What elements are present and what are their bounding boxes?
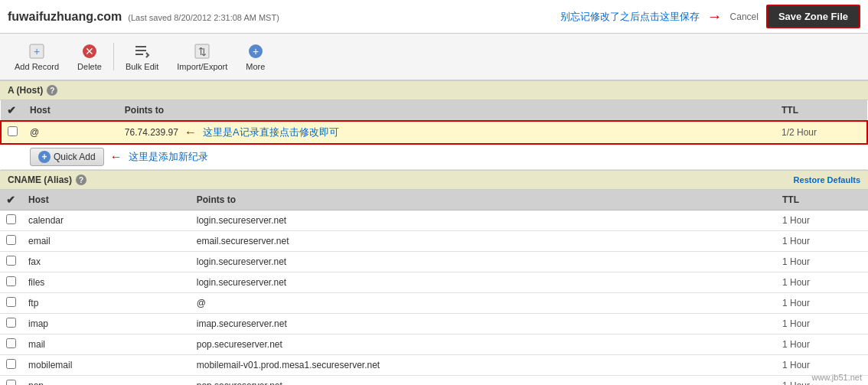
cname-record-row[interactable]: email email.secureserver.net 1 Hour	[0, 231, 868, 252]
cname-checkbox-cell	[0, 334, 22, 355]
save-arrow-icon: →	[707, 8, 723, 25]
cname-checkbox-3[interactable]	[6, 276, 16, 286]
cname-host-6[interactable]: mail	[22, 334, 191, 355]
cname-info-icon[interactable]: ?	[76, 175, 86, 185]
delete-button[interactable]: ✕ Delete	[69, 38, 110, 75]
import-export-label: Import/Export	[177, 62, 227, 71]
cname-points-to-8[interactable]: pop.secureserver.net	[191, 376, 776, 386]
add-record-button[interactable]: + Add Record	[6, 38, 67, 75]
a-record-ip: 76.74.239.97	[125, 127, 178, 138]
a-host-section-title: A (Host)	[8, 85, 43, 96]
cname-checkbox-cell	[0, 231, 22, 252]
cname-checkbox-4[interactable]	[6, 297, 16, 307]
quick-add-label: Quick Add	[54, 152, 96, 162]
cname-points-to-1[interactable]: email.secureserver.net	[191, 231, 776, 252]
cname-host-3[interactable]: files	[22, 272, 191, 293]
cname-checkbox-6[interactable]	[6, 338, 16, 348]
cname-points-to-7[interactable]: mobilemail-v01.prod.mesa1.secureserver.n…	[191, 355, 776, 376]
cname-section: CNAME (Alias) ? Restore Defaults ✔ Host …	[0, 170, 868, 385]
cname-record-row[interactable]: ftp @ 1 Hour	[0, 293, 868, 314]
cname-record-row[interactable]: fax login.secureserver.net 1 Hour	[0, 252, 868, 272]
quick-add-cell: + Quick Add ← 这里是添加新纪录	[24, 144, 867, 170]
cname-ttl-4: 1 Hour	[776, 293, 868, 314]
a-host-record-row[interactable]: @ 76.74.239.97 ← 这里是A记录直接点击修改即可 1/2 Hour	[1, 121, 867, 144]
toolbar: + Add Record ✕ Delete Bulk Edit	[0, 34, 868, 80]
cname-record-row[interactable]: files login.secureserver.net 1 Hour	[0, 272, 868, 293]
cname-host-8[interactable]: pop	[22, 376, 191, 386]
cname-checkbox-5[interactable]	[6, 318, 16, 328]
import-export-button[interactable]: ⇅ Import/Export	[168, 38, 236, 75]
cname-checkbox-cell	[0, 314, 22, 334]
cname-checkbox-cell	[0, 252, 22, 272]
cname-check-all-header: ✔	[0, 190, 22, 210]
cname-ttl-2: 1 Hour	[776, 252, 868, 272]
cancel-link[interactable]: Cancel	[730, 11, 759, 22]
cname-checkbox-7[interactable]	[6, 359, 16, 369]
delete-label: Delete	[77, 62, 102, 71]
cname-points-to-5[interactable]: imap.secureserver.net	[191, 314, 776, 334]
cname-section-header-left: CNAME (Alias) ?	[8, 175, 86, 185]
bulk-edit-icon	[133, 42, 152, 60]
bulk-edit-label: Bulk Edit	[126, 62, 158, 71]
quick-add-arrow-icon: ←	[110, 150, 122, 164]
cname-record-row[interactable]: imap imap.secureserver.net 1 Hour	[0, 314, 868, 334]
cname-points-to-3[interactable]: login.secureserver.net	[191, 272, 776, 293]
a-host-col-points-to: Points to	[119, 100, 775, 121]
cname-checkbox-cell	[0, 210, 22, 231]
cname-points-to-0[interactable]: login.secureserver.net	[191, 210, 776, 231]
a-host-record-checkbox[interactable]	[8, 126, 18, 136]
header-right: 别忘记修改了之后点击这里保存 → Cancel Save Zone File	[560, 5, 860, 28]
a-host-info-icon[interactable]: ?	[47, 85, 57, 96]
cname-checkbox-cell	[0, 355, 22, 376]
cname-host-0[interactable]: calendar	[22, 210, 191, 231]
quick-add-container: + Quick Add ← 这里是添加新纪录	[30, 148, 861, 166]
cname-checkbox-cell	[0, 376, 22, 386]
delete-icon: ✕	[80, 42, 99, 60]
cname-ttl-6: 1 Hour	[776, 334, 868, 355]
quick-add-button[interactable]: + Quick Add	[30, 148, 104, 166]
cname-checkbox-0[interactable]	[6, 214, 16, 224]
cname-record-row[interactable]: mobilemail mobilemail-v01.prod.mesa1.sec…	[0, 355, 868, 376]
more-button[interactable]: + More	[237, 38, 273, 75]
a-host-section: A (Host) ? ✔ Host Points to TTL @	[0, 80, 868, 170]
a-host-record-points-to[interactable]: 76.74.239.97 ← 这里是A记录直接点击修改即可	[119, 121, 775, 144]
cname-checkbox-8[interactable]	[6, 380, 16, 385]
cname-host-5[interactable]: imap	[22, 314, 191, 334]
cname-record-row[interactable]: pop pop.secureserver.net 1 Hour	[0, 376, 868, 386]
cname-host-4[interactable]: ftp	[22, 293, 191, 314]
cname-checkbox-2[interactable]	[6, 256, 16, 266]
cname-host-2[interactable]: fax	[22, 252, 191, 272]
cname-checkbox-cell	[0, 272, 22, 293]
quick-add-row: + Quick Add ← 这里是添加新纪录	[1, 144, 867, 170]
last-saved: (Last saved 8/20/2012 2:31:08 AM MST)	[128, 13, 279, 22]
a-host-table: ✔ Host Points to TTL @ 76.74.239.97 ← 这里…	[0, 100, 868, 170]
a-host-record-host[interactable]: @	[24, 121, 119, 144]
add-record-icon: +	[28, 42, 46, 60]
a-host-record-ttl: 1/2 Hour	[775, 121, 867, 144]
cname-record-row[interactable]: calendar login.secureserver.net 1 Hour	[0, 210, 868, 231]
more-icon: +	[246, 42, 265, 60]
svg-text:+: +	[253, 45, 259, 57]
cname-host-1[interactable]: email	[22, 231, 191, 252]
a-host-check-all-header: ✔	[1, 100, 24, 121]
cname-ttl-1: 1 Hour	[776, 231, 868, 252]
more-label: More	[246, 62, 265, 71]
cname-points-to-2[interactable]: login.secureserver.net	[191, 252, 776, 272]
add-record-label: Add Record	[15, 62, 59, 71]
restore-defaults-link[interactable]: Restore Defaults	[794, 175, 860, 184]
cname-host-7[interactable]: mobilemail	[22, 355, 191, 376]
a-record-arrow-icon: ←	[184, 126, 197, 139]
bulk-edit-button[interactable]: Bulk Edit	[117, 38, 167, 75]
cname-table: ✔ Host Points to TTL calendar login.secu…	[0, 190, 868, 385]
cname-record-row[interactable]: mail pop.secureserver.net 1 Hour	[0, 334, 868, 355]
save-zone-button[interactable]: Save Zone File	[766, 5, 860, 28]
cname-checkbox-1[interactable]	[6, 235, 16, 245]
cname-ttl-3: 1 Hour	[776, 272, 868, 293]
cname-points-to-6[interactable]: pop.secureserver.net	[191, 334, 776, 355]
a-host-col-host: Host	[24, 100, 119, 121]
import-export-icon: ⇅	[193, 42, 211, 60]
a-host-table-header-row: ✔ Host Points to TTL	[1, 100, 867, 121]
cname-table-body: calendar login.secureserver.net 1 Hour e…	[0, 210, 868, 386]
a-host-col-ttl: TTL	[775, 100, 867, 121]
cname-points-to-4[interactable]: @	[191, 293, 776, 314]
